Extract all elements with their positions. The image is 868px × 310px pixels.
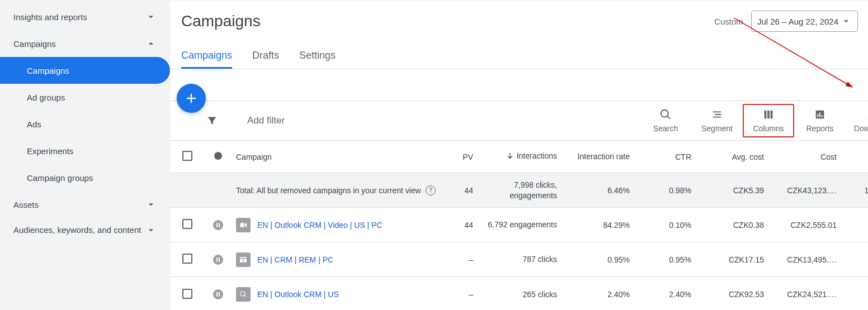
reports-icon — [814, 108, 826, 121]
table-toolbar: Add filter Search Segment Columns — [170, 101, 868, 141]
campaign-link[interactable]: EN | Outlook CRM | US — [257, 290, 339, 299]
table-header-row: Campaign PV Interactions Interaction rat… — [170, 141, 868, 173]
row-checkbox[interactable] — [182, 219, 192, 229]
column-campaign[interactable]: Campaign — [232, 152, 455, 161]
main: Campaigns Custom Jul 26 – Aug 22, 2024 C… — [170, 0, 868, 310]
table-row[interactable]: EN | Outlook CRM | US – 265 clicks 2.40%… — [170, 277, 868, 310]
toolbar-search-button[interactable]: Search — [640, 104, 691, 137]
column-pv[interactable]: PV — [455, 152, 478, 161]
date-preset-label: Custom — [714, 17, 743, 26]
sidebar-item-audiences[interactable]: Audiences, keywords, and content — [0, 218, 170, 242]
campaigns-table: Campaign PV Interactions Interaction rat… — [170, 141, 868, 310]
table-total-row: Total: All but removed campaigns in your… — [170, 173, 868, 208]
sidebar-item-label: Audiences, keywords, and content — [13, 225, 141, 236]
column-avg-cost[interactable]: Avg. cost — [696, 152, 768, 161]
total-row-label-cell: Total: All but removed campaigns in your… — [232, 185, 455, 195]
tab-campaigns[interactable]: Campaigns — [181, 44, 232, 69]
sidebar-item-assets[interactable]: Assets — [0, 191, 170, 218]
table-row[interactable]: EN | Outlook CRM | Video | US | PC 44 6,… — [170, 208, 868, 242]
sort-desc-icon — [506, 151, 515, 160]
tab-drafts[interactable]: Drafts — [252, 44, 279, 69]
video-icon — [236, 218, 251, 232]
search-icon — [236, 287, 251, 302]
table-area: Add filter Search Segment Columns — [170, 69, 868, 310]
chevron-down-icon — [145, 11, 157, 22]
column-interactions[interactable]: Interactions — [478, 151, 562, 162]
chevron-up-icon — [145, 38, 157, 49]
column-ctr[interactable]: CTR — [634, 152, 696, 161]
help-icon[interactable]: ? — [426, 185, 436, 195]
sidebar-subitem-experiments[interactable]: Experiments — [0, 137, 170, 164]
header-row: Campaigns Custom Jul 26 – Aug 22, 2024 — [170, 0, 868, 33]
column-impr[interactable]: Impr. — [841, 152, 868, 161]
segment-icon — [711, 108, 723, 121]
plus-icon — [183, 90, 199, 106]
sidebar: Insights and reports Campaigns Campaigns… — [0, 0, 170, 310]
date-range-dropdown[interactable]: Jul 26 – Aug 22, 2024 — [751, 11, 858, 32]
column-cost[interactable]: Cost — [768, 152, 841, 161]
toolbar-reports-button[interactable]: Reports — [794, 104, 846, 137]
tab-settings[interactable]: Settings — [299, 44, 336, 69]
sidebar-item-campaigns[interactable]: Campaigns — [0, 30, 170, 57]
date-prev-button[interactable] — [866, 11, 868, 31]
caret-down-icon — [841, 16, 852, 27]
pause-icon[interactable] — [213, 289, 223, 299]
filter-icon-cell[interactable] — [170, 115, 229, 127]
row-checkbox[interactable] — [182, 254, 192, 264]
campaign-link[interactable]: EN | CRM | REM | PC — [257, 255, 333, 264]
row-checkbox[interactable] — [182, 289, 192, 299]
sidebar-item-label: Assets — [13, 200, 39, 209]
filter-icon — [206, 115, 218, 127]
chevron-down-icon — [145, 199, 157, 210]
download-icon — [865, 108, 868, 121]
pause-icon[interactable] — [213, 220, 223, 230]
new-campaign-fab[interactable] — [177, 84, 206, 113]
sidebar-item-insights-and-reports[interactable]: Insights and reports — [0, 3, 170, 30]
campaign-link[interactable]: EN | Outlook CRM | Video | US | PC — [257, 221, 383, 230]
toolbar-buttons: Search Segment Columns Reports — [640, 104, 868, 137]
toolbar-download-button[interactable]: Download — [846, 104, 868, 137]
display-icon — [236, 252, 251, 267]
sidebar-subitem-ads[interactable]: Ads — [0, 111, 170, 137]
table-row[interactable]: EN | CRM | REM | PC – 787 clicks 0.95% 0… — [170, 242, 868, 277]
toolbar-columns-button[interactable]: Columns — [743, 104, 794, 137]
sidebar-subitem-campaigns[interactable]: Campaigns — [0, 57, 170, 84]
columns-icon — [762, 108, 775, 121]
toolbar-segment-button[interactable]: Segment — [691, 104, 743, 137]
search-icon — [659, 108, 672, 121]
column-interaction-rate[interactable]: Interaction rate — [562, 152, 634, 161]
chevron-down-icon — [145, 225, 157, 236]
sidebar-subitem-ad-groups[interactable]: Ad groups — [0, 84, 170, 111]
tabs: Campaigns Drafts Settings — [170, 33, 868, 69]
select-all-checkbox[interactable] — [182, 151, 192, 161]
status-filter-header-icon[interactable] — [214, 152, 222, 160]
sidebar-subitem-campaign-groups[interactable]: Campaign groups — [0, 164, 170, 191]
pause-icon[interactable] — [213, 255, 223, 265]
page-title: Campaigns — [181, 12, 714, 30]
sidebar-sublist-campaigns: Campaigns Ad groups Ads Experiments Camp… — [0, 57, 170, 191]
sidebar-item-label: Insights and reports — [13, 12, 87, 22]
sidebar-item-label: Campaigns — [13, 39, 56, 49]
add-filter-input[interactable]: Add filter — [229, 115, 640, 126]
